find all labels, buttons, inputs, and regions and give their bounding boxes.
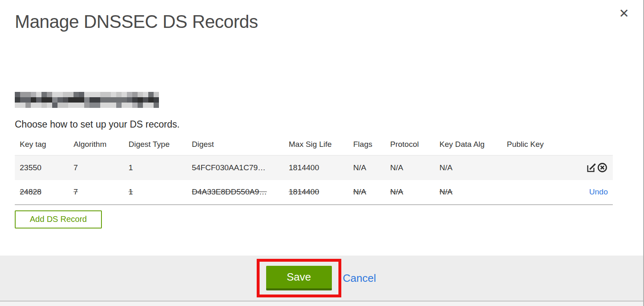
- annotation-highlight-box: Save: [257, 259, 341, 297]
- col-protocol: Protocol: [385, 135, 435, 155]
- col-key-data-alg: Key Data Alg: [435, 135, 502, 155]
- edit-record-icon[interactable]: [586, 162, 597, 173]
- col-algorithm: Algorithm: [69, 135, 124, 155]
- cell-key-tag: 24828: [20, 187, 41, 196]
- cell-key-tag: 23550: [20, 163, 41, 172]
- modal-footer: Save Cancel: [0, 256, 644, 301]
- table-header-row: Key tag Algorithm Digest Type Digest Max…: [15, 135, 613, 155]
- cell-digest-type: 1: [129, 163, 133, 172]
- col-digest: Digest: [187, 135, 284, 155]
- table-row: 24828 7 1 D4A33E8DD550A9… 1814400 N/A N/…: [15, 180, 613, 205]
- table-row: 23550 7 1 54FCF030AA1C79… 1814400 N/A N/…: [15, 155, 613, 180]
- page-background-strip: [0, 301, 644, 306]
- cell-digest-type: 1: [129, 187, 133, 196]
- col-digest-type: Digest Type: [124, 135, 187, 155]
- cell-flags: N/A: [353, 187, 366, 196]
- cell-digest: D4A33E8DD550A9…: [192, 187, 267, 196]
- cell-digest: 54FCF030AA1C79…: [192, 163, 266, 172]
- save-button[interactable]: Save: [266, 266, 332, 290]
- page-title: Manage DNSSEC DS Records: [15, 11, 644, 32]
- cell-algorithm: 7: [74, 187, 78, 196]
- add-ds-record-button[interactable]: Add DS Record: [15, 210, 102, 228]
- col-key-tag: Key tag: [15, 135, 69, 155]
- undo-link[interactable]: Undo: [589, 187, 608, 196]
- cell-max-sig-life: 1814400: [289, 163, 319, 172]
- col-flags: Flags: [348, 135, 385, 155]
- col-actions: [572, 135, 613, 155]
- cell-flags: N/A: [353, 163, 366, 172]
- col-max-sig-life: Max Sig Life: [284, 135, 348, 155]
- cell-protocol: N/A: [390, 163, 403, 172]
- ds-records-table: Key tag Algorithm Digest Type Digest Max…: [15, 135, 613, 205]
- cell-algorithm: 7: [74, 163, 78, 172]
- col-public-key: Public Key: [502, 135, 572, 155]
- cancel-link[interactable]: Cancel: [343, 272, 376, 285]
- cell-max-sig-life: 1814400: [289, 187, 319, 196]
- cell-protocol: N/A: [390, 187, 403, 196]
- delete-record-icon[interactable]: [597, 162, 608, 173]
- cell-key-data-alg: N/A: [439, 187, 453, 196]
- intro-text: Choose how to set up your DS records.: [15, 119, 644, 130]
- redacted-domain: [15, 92, 159, 108]
- close-icon[interactable]: ✕: [619, 7, 629, 20]
- cell-key-data-alg: N/A: [439, 163, 453, 172]
